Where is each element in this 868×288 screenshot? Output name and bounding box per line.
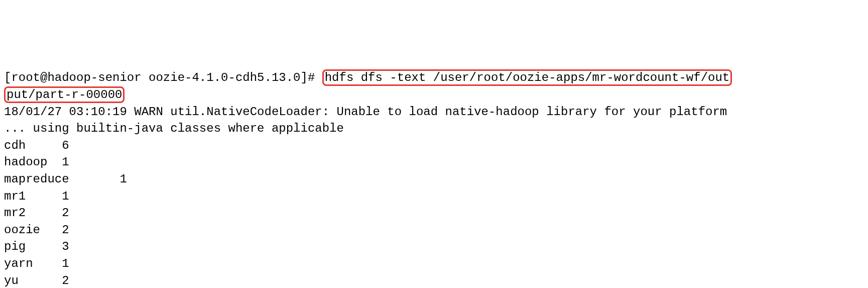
wordcount-word: yarn: [4, 257, 33, 270]
wordcount-row: pig 3: [4, 238, 864, 255]
wordcount-spacing: [69, 172, 120, 186]
wordcount-count: 1: [62, 189, 69, 203]
wordcount-count: 2: [62, 274, 69, 287]
wordcount-spacing: [26, 240, 62, 253]
wordcount-spacing: [33, 257, 62, 270]
wordcount-word: pig: [4, 240, 26, 253]
wordcount-word: cdh: [4, 139, 26, 152]
wordcount-row: yu 2: [4, 272, 864, 289]
command-line-1: [root@hadoop-senior oozie-4.1.0-cdh5.13.…: [4, 69, 864, 86]
wordcount-row: yarn 1: [4, 255, 864, 272]
wordcount-count: 3: [62, 240, 69, 253]
log-output-line-1: 18/01/27 03:10:19 WARN util.NativeCodeLo…: [4, 104, 864, 121]
wordcount-count: 6: [62, 139, 69, 152]
wordcount-word: mr1: [4, 189, 26, 203]
wordcount-count: 2: [62, 206, 69, 220]
wordcount-row: hadoop 1: [4, 154, 864, 171]
wordcount-spacing: [26, 139, 62, 152]
wordcount-word: mr2: [4, 206, 26, 220]
command-line-2: put/part-r-00000: [4, 86, 864, 104]
wordcount-spacing: [47, 155, 62, 169]
wordcount-spacing: [26, 189, 62, 203]
command-highlight-part2: put/part-r-00000: [4, 86, 125, 103]
command-highlight-part1: hdfs dfs -text /user/root/oozie-apps/mr-…: [322, 69, 732, 86]
wordcount-spacing: [19, 274, 62, 287]
wordcount-count: 1: [62, 155, 69, 169]
log-output-line-2: ... using builtin-java classes where app…: [4, 120, 864, 137]
wordcount-row: oozie 2: [4, 222, 864, 239]
wordcount-count: 1: [119, 172, 127, 186]
wordcount-row: mr2 2: [4, 205, 864, 222]
wordcount-word: mapreduce: [4, 172, 69, 186]
wordcount-spacing: [40, 223, 62, 237]
wordcount-output: cdh 6hadoop 1mapreduce 1mr1 1mr2 2oozie …: [4, 137, 864, 288]
wordcount-row: mr1 1: [4, 188, 864, 205]
wordcount-word: hadoop: [4, 155, 47, 169]
wordcount-count: 1: [62, 257, 69, 270]
wordcount-count: 2: [62, 223, 69, 237]
wordcount-row: mapreduce 1: [4, 171, 864, 188]
wordcount-word: yu: [4, 274, 19, 287]
wordcount-word: oozie: [4, 223, 40, 237]
shell-prompt: [root@hadoop-senior oozie-4.1.0-cdh5.13.…: [4, 71, 322, 84]
wordcount-spacing: [26, 206, 62, 220]
wordcount-row: cdh 6: [4, 137, 864, 154]
